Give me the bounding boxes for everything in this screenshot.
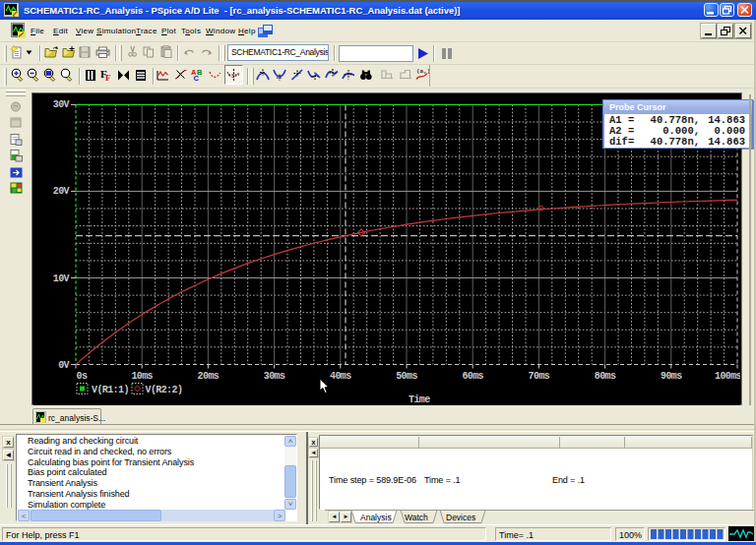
svg-text:50ms: 50ms bbox=[396, 371, 417, 382]
svg-text:40ms: 40ms bbox=[330, 371, 351, 382]
svg-text:V(R2:2): V(R2:2) bbox=[146, 385, 183, 395]
svg-text:V(R1:1): V(R1:1) bbox=[92, 385, 129, 395]
svg-text:10ms: 10ms bbox=[131, 371, 153, 382]
svg-text:0s: 0s bbox=[77, 371, 88, 382]
svg-text:100ms: 100ms bbox=[715, 371, 740, 382]
svg-text:30ms: 30ms bbox=[264, 371, 285, 382]
svg-text:60ms: 60ms bbox=[462, 371, 483, 382]
svg-text:20ms: 20ms bbox=[198, 371, 220, 382]
svg-text:80ms: 80ms bbox=[595, 371, 616, 382]
svg-text:20V: 20V bbox=[53, 186, 70, 197]
svg-text:90ms: 90ms bbox=[661, 371, 682, 382]
svg-text:70ms: 70ms bbox=[529, 371, 550, 382]
svg-text:10V: 10V bbox=[53, 273, 70, 284]
svg-text:Time: Time bbox=[409, 394, 430, 405]
svg-text:F: F bbox=[105, 73, 111, 82]
svg-text:C: C bbox=[194, 74, 200, 82]
svg-text:30V: 30V bbox=[53, 99, 70, 110]
svg-text:0V: 0V bbox=[58, 360, 69, 371]
